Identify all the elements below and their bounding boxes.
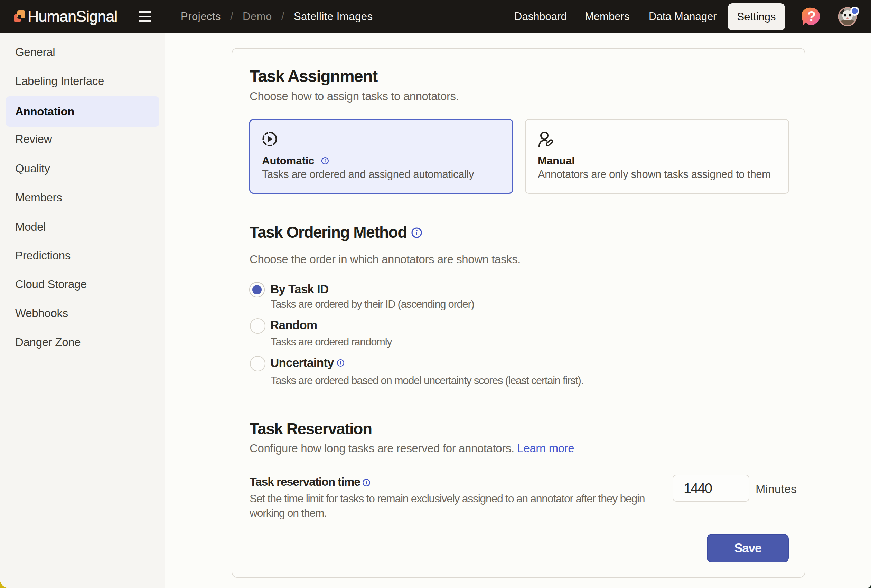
svg-text:?: ?	[807, 9, 816, 24]
